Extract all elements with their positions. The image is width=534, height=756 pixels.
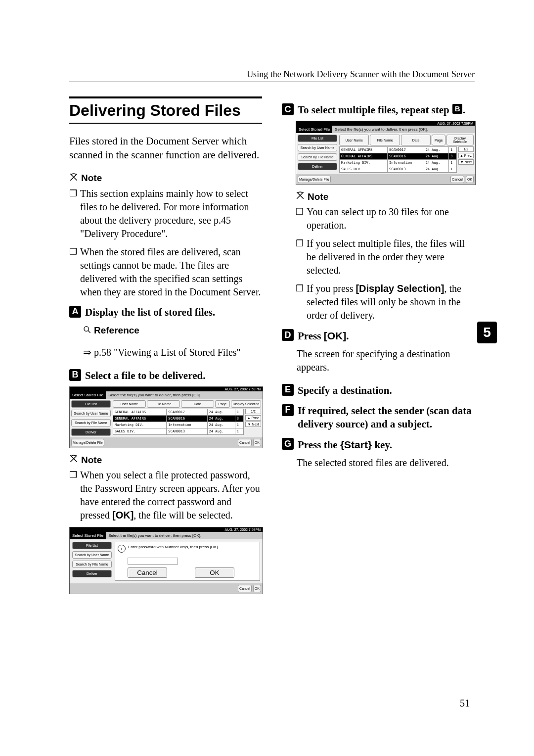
step-1: A Display the list of stored files. [69,306,262,319]
screenshot-title: Select Stored File [70,532,106,539]
table-row[interactable]: GENERAL AFFAIRSSCAN001724 Aug.1 [340,147,457,153]
table-row[interactable]: SALES DIV.SCAN001324 Aug.1 [340,166,457,173]
note-item: When you select a file protected passwor… [80,469,262,522]
search-file-button[interactable]: Search by File Name [71,419,111,426]
note-label: Note [308,191,328,202]
ui-screenshot-file-list-multi: AUG. 27, 2002 7:59PM Select Stored File … [296,121,476,185]
step-3: C To select multiple files, repeat step … [282,103,475,117]
step-text: Press the {Start} key. [298,438,392,452]
svg-line-1 [88,331,90,333]
step-text: If required, select the sender (scan dat… [298,404,475,431]
note-heading: Note [69,454,262,466]
info-icon: i [118,545,126,553]
svg-point-0 [84,327,89,331]
screenshot-titlebar: Select Stored File Select the file(s) yo… [70,391,263,399]
step-4: D Press [OK]. [282,329,475,343]
step-number-icon: A [69,306,81,318]
prev-button[interactable]: ▲ Prev. [458,153,474,158]
step-text: Press [OK]. [298,329,349,343]
note-icon [69,454,78,466]
step-text: Display the list of stored files. [85,306,215,319]
search-user-button[interactable]: Search by User Name [71,410,111,417]
deliver-button[interactable]: Deliver [72,570,112,577]
file-table: GENERAL AFFAIRSSCAN001724 Aug.1 GENERAL … [113,409,244,435]
reference-label: Reference [94,325,139,336]
manual-page: Using the Network Delivery Scanner with … [0,0,534,756]
right-column: C To select multiple files, repeat step … [282,96,475,598]
pw-ok-button[interactable]: OK [195,567,234,578]
file-list-button[interactable]: File List [72,542,112,549]
screenshot-instruction: Select the file(s) you want to deliver, … [106,391,204,399]
col-page[interactable]: Page [432,135,445,145]
note-list-3: You can select up to 30 files for one op… [296,205,475,322]
step-7: G Press the {Start} key. [282,438,475,452]
screenshot-title: Select Stored File [70,391,106,399]
screenshot-title: Select Stored File [296,126,332,133]
file-list-button[interactable]: File List [298,135,337,142]
table-row-selected[interactable]: GENERAL AFFAIRSSCAN001624 Aug.3 [340,153,457,160]
col-file-name[interactable]: File Name [147,400,180,408]
step-number-icon: C [282,103,294,115]
screenshot-titlebar: Select Stored File Select the file(s) yo… [70,532,263,539]
step-7-body: The selected stored files are delivered. [297,456,475,470]
screenshot-timestamp: AUG. 27, 2002 7:59PM [70,387,263,391]
deliver-button[interactable]: Deliver [71,428,111,436]
step-4-body: The screen for specifying a destination … [297,347,475,374]
ui-screenshot-password: AUG. 27, 2002 7:59PM Select Stored File … [69,527,263,594]
password-message: Enter password with Number keys, then pr… [128,545,219,549]
step-number-icon: D [282,329,294,341]
page-number: 51 [460,698,470,709]
screenshot-titlebar: Select Stored File Select the file(s) yo… [296,126,475,133]
note-heading: Note [69,173,262,184]
ok-button[interactable]: OK [253,439,261,446]
col-file-name[interactable]: File Name [370,135,400,145]
table-row[interactable]: Marketing DIV.Information24 Aug.1 [340,160,457,166]
ok-button[interactable]: OK [253,585,261,592]
table-row-selected[interactable]: GENERAL AFFAIRSSCAN001624 Aug.3 [113,416,244,422]
col-user-name[interactable]: User Name [113,400,146,408]
note-icon [296,191,305,202]
next-button[interactable]: ▼ Next [245,422,261,427]
search-file-button[interactable]: Search by File Name [72,561,112,568]
note-item: When the stored files are delivered, sca… [80,245,262,299]
deliver-button[interactable]: Deliver [298,163,337,170]
search-file-button[interactable]: Search by File Name [298,153,337,161]
col-user-name[interactable]: User Name [339,135,369,145]
password-input[interactable] [128,558,178,565]
table-row[interactable]: SALES DIV.SCAN001324 Aug.1 [113,428,244,435]
display-selection-button[interactable]: Display Selection [446,135,474,145]
page-indicator: 1/2 [458,146,474,152]
step-number-icon: B [69,369,81,381]
heading-rule-top [69,96,262,98]
table-row[interactable]: Marketing DIV.Information24 Aug.1 [113,422,244,428]
ok-button[interactable]: OK [466,176,474,183]
manage-delete-button[interactable]: Manage/Delete File [298,176,331,183]
running-header: Using the Network Delivery Scanner with … [69,69,475,82]
display-selection-button[interactable]: Display Selection [231,400,261,408]
step-text: To select multiple files, repeat step B. [298,103,465,117]
search-user-button[interactable]: Search by User Name [298,144,337,151]
step-number-icon: F [282,404,294,416]
note-item: If you select multiple files, the files … [307,237,475,277]
col-date[interactable]: Date [401,135,431,145]
file-list-button[interactable]: File List [71,400,111,408]
manage-delete-button[interactable]: Manage/Delete File [71,439,104,446]
note-icon [69,173,78,184]
left-column: Delivering Stored Files Files stored in … [69,96,262,598]
section-heading: Delivering Stored Files [69,101,262,120]
chapter-tab: 5 [477,322,497,343]
cancel-button[interactable]: Cancel [238,439,252,446]
search-user-button[interactable]: Search by User Name [72,551,112,559]
prev-button[interactable]: ▲ Prev. [245,415,261,421]
col-date[interactable]: Date [181,400,214,408]
reference-heading: Reference [83,325,262,336]
cancel-button[interactable]: Cancel [238,585,252,592]
col-page[interactable]: Page [215,400,230,408]
step-5: E Specify a destination. [282,384,475,397]
cancel-button[interactable]: Cancel [450,176,464,183]
pw-cancel-button[interactable]: Cancel [128,567,167,578]
step-2: B Select a file to be delivered. [69,369,262,382]
next-button[interactable]: ▼ Next [458,159,474,165]
reference-body: p.58 "Viewing a List of Stored Files" [83,346,262,359]
table-row[interactable]: GENERAL AFFAIRSSCAN001724 Aug.1 [113,409,244,416]
